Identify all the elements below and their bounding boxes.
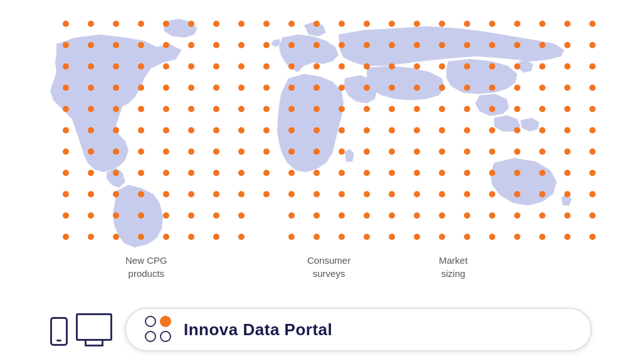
svg-point-157 [138,170,144,176]
bottom-bar: Innova Data Portal [50,308,592,351]
svg-point-192 [464,191,470,197]
svg-point-2 [113,21,119,27]
svg-point-28 [213,42,219,48]
svg-point-124 [414,127,420,133]
svg-point-158 [163,170,169,176]
svg-point-222 [138,234,144,240]
svg-point-48 [163,63,169,70]
svg-point-189 [389,191,395,197]
svg-point-239 [589,234,596,240]
svg-point-206 [288,212,295,219]
svg-point-214 [489,212,495,219]
svg-point-59 [439,63,445,70]
svg-point-173 [539,170,545,176]
svg-point-168 [414,170,420,176]
svg-point-165 [339,170,345,176]
svg-point-109 [589,106,596,112]
consumer-surveys-label: Consumer surveys [307,254,350,280]
svg-point-44 [63,63,69,70]
svg-point-63 [539,63,545,70]
svg-point-107 [539,106,545,112]
svg-point-185 [288,191,295,197]
svg-point-120 [313,127,320,133]
svg-point-150 [514,148,520,155]
svg-point-230 [364,234,370,240]
svg-point-85 [539,85,545,91]
svg-point-118 [263,127,270,133]
svg-point-235 [489,234,495,240]
portal-circle-2 [160,316,171,327]
svg-point-231 [389,234,395,240]
svg-point-50 [213,63,219,70]
svg-point-227 [288,234,295,240]
svg-point-96 [263,106,270,112]
svg-point-110 [63,127,69,133]
svg-point-49 [188,63,194,70]
svg-point-71 [188,85,194,91]
market-sizing-label: Market sizing [439,254,468,280]
svg-point-153 [589,148,596,155]
svg-point-78 [364,85,370,91]
world-map-svg [19,6,621,257]
svg-point-84 [514,85,520,91]
svg-point-93 [188,106,194,112]
svg-point-0 [63,21,69,27]
svg-point-172 [514,170,520,176]
portal-title: Innova Data Portal [184,320,332,340]
svg-point-16 [464,21,470,27]
svg-point-143 [339,148,345,155]
svg-point-106 [514,106,520,112]
svg-point-46 [113,63,119,70]
svg-point-205 [238,212,245,219]
svg-point-177 [88,191,94,197]
svg-point-210 [389,212,395,219]
svg-point-127 [489,127,495,133]
svg-point-81 [439,85,445,91]
svg-point-121 [339,127,345,133]
svg-point-203 [188,212,194,219]
svg-point-142 [313,148,320,155]
svg-point-80 [414,85,420,91]
svg-point-123 [389,127,395,133]
svg-point-29 [238,42,245,48]
svg-point-88 [63,106,69,112]
svg-point-164 [313,170,320,176]
portal-circle-4 [160,331,171,342]
svg-point-99 [339,106,345,112]
svg-point-94 [213,106,219,112]
svg-point-167 [389,170,395,176]
svg-point-19 [539,21,545,27]
svg-point-174 [564,170,571,176]
svg-point-152 [564,148,571,155]
svg-point-128 [514,127,520,133]
svg-point-122 [364,127,370,133]
svg-point-5 [188,21,194,27]
svg-point-45 [88,63,94,70]
svg-point-194 [514,191,520,197]
svg-point-217 [564,212,571,219]
svg-point-62 [514,63,520,70]
svg-point-31 [288,42,295,48]
svg-point-73 [238,85,245,91]
svg-point-126 [464,127,470,133]
svg-point-91 [138,106,144,112]
svg-point-145 [389,148,395,155]
svg-point-36 [414,42,420,48]
svg-point-3 [138,21,144,27]
svg-point-179 [138,191,144,197]
svg-point-182 [213,191,219,197]
svg-point-30 [263,42,270,48]
svg-point-38 [464,42,470,48]
svg-point-162 [263,170,270,176]
svg-point-64 [564,63,571,70]
svg-point-83 [489,85,495,91]
svg-point-160 [213,170,219,176]
svg-point-115 [188,127,194,133]
svg-point-14 [414,21,420,27]
svg-point-61 [489,63,495,70]
svg-point-77 [339,85,345,91]
svg-point-181 [188,191,194,197]
svg-point-20 [564,21,571,27]
svg-point-180 [163,191,169,197]
svg-point-95 [238,106,245,112]
